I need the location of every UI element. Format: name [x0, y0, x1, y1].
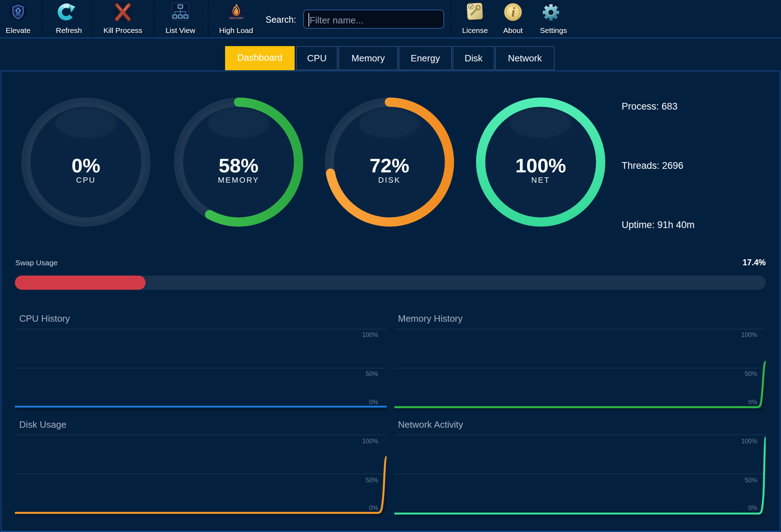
svg-text:0%: 0% [748, 399, 757, 406]
svg-text:100%: 100% [362, 438, 378, 445]
svg-text:50%: 50% [745, 477, 757, 484]
svg-text:0%: 0% [748, 504, 757, 511]
svg-text:50%: 50% [745, 370, 757, 377]
svg-text:HIGH LOAD: HIGH LOAD [230, 17, 243, 19]
svg-text:50%: 50% [366, 477, 378, 484]
svg-text:100%: 100% [362, 331, 378, 338]
svg-text:100%: 100% [741, 331, 757, 338]
svg-text:0%: 0% [369, 399, 378, 406]
svg-text:100%: 100% [741, 438, 757, 445]
svg-text:i: i [512, 5, 515, 20]
svg-text:50%: 50% [366, 370, 378, 377]
svg-text:0%: 0% [369, 504, 378, 511]
